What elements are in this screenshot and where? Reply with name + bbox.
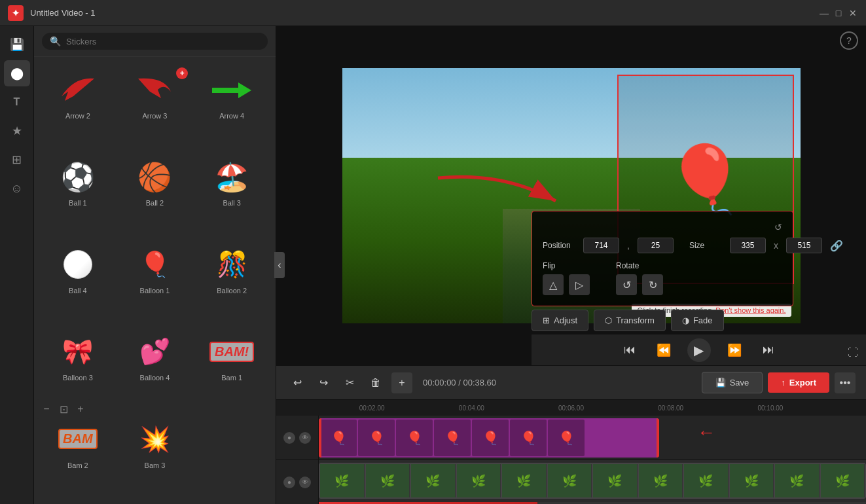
step-back-button[interactable]: ⏪	[653, 340, 674, 361]
video-thumb-1: 🌿	[320, 464, 365, 497]
track-eye-button-2[interactable]: 👁	[299, 477, 311, 488]
sticker-balloon2[interactable]: 🎊 Balloon 2	[193, 237, 270, 324]
timeline-tracks: ● 👁 ● 👁 Balloon 2	[276, 416, 866, 504]
close-button[interactable]: ✕	[848, 8, 858, 18]
dont-show-link[interactable]: Don't show this again.	[715, 306, 785, 314]
add-media-button[interactable]: +	[391, 372, 412, 393]
lock-aspect-button[interactable]: 🔗	[830, 240, 843, 252]
sticker-label-ball4: Ball 4	[69, 287, 87, 295]
maximize-button[interactable]: □	[833, 8, 844, 18]
rotate-right-button[interactable]: ↻	[642, 274, 663, 295]
stickers-search-area: 🔍	[34, 26, 276, 57]
sticker-add-badge[interactable]: +	[176, 67, 188, 79]
sticker-label-ball3: Ball 3	[223, 199, 241, 207]
play-button[interactable]: ▶	[687, 338, 711, 362]
timeline-ruler: 00:02.00 00:04.00 00:06.00 00:08.00 00:1…	[276, 400, 866, 416]
skip-forward-button[interactable]: ⏭	[758, 340, 779, 361]
redo-button[interactable]: ↪	[313, 372, 334, 393]
zoom-out-button[interactable]: −	[39, 402, 54, 416]
sticker-thumb-balloon4: 💕	[130, 332, 179, 371]
sticker-balloon3[interactable]: 🎀 Balloon 3	[39, 324, 117, 411]
size-w-input[interactable]	[730, 238, 766, 253]
sidebar-item-star[interactable]: ★	[4, 118, 30, 144]
window-title: Untitled Video - 1	[30, 8, 819, 18]
zoom-fit-button[interactable]: ⊡	[56, 402, 71, 416]
balloon-clip[interactable]: 🎈 🎈 🎈 🎈 🎈 🎈 🎈	[319, 418, 659, 458]
video-area: ?	[276, 26, 866, 365]
skip-back-button[interactable]: ⏮	[619, 340, 640, 361]
track-mute-button[interactable]: ●	[283, 432, 295, 444]
size-h-input[interactable]	[786, 238, 822, 253]
clip-thumb-1: 🎈	[320, 420, 357, 456]
sticker-arrow2[interactable]: Arrow 2	[39, 62, 117, 149]
adjust-tab[interactable]: ⊞ Adjust	[532, 310, 588, 331]
fade-tab[interactable]: ◑ Fade	[671, 310, 724, 331]
sticker-label-ball1: Ball 1	[69, 199, 87, 207]
minimize-button[interactable]: —	[819, 8, 829, 18]
sticker-thumb-bam3: 💥	[130, 420, 179, 459]
sticker-thumb-balloon1: 🎈	[130, 245, 179, 284]
sticker-label-balloon4: Balloon 4	[140, 374, 170, 382]
sticker-thumb-balloon2: 🎊	[207, 245, 257, 284]
export-button[interactable]: ↑ Export	[768, 372, 829, 393]
position-x-input[interactable]	[583, 238, 619, 253]
flip-buttons: △ ▷	[543, 274, 590, 295]
video-thumb-9: 🌿	[684, 464, 729, 497]
position-y-input[interactable]	[638, 238, 674, 253]
sticker-bam1[interactable]: BAM! Bam 1	[193, 324, 270, 411]
search-box[interactable]: 🔍	[42, 33, 268, 50]
zoom-in-button[interactable]: +	[73, 402, 88, 416]
bottom-toolbar: ↩ ↪ ✂ 🗑 + 00:00:00 / 00:38.60 💾 Save ↑ E…	[276, 365, 866, 399]
undo-button[interactable]: ↩	[287, 372, 308, 393]
sidebar-item-crop[interactable]: ⊞	[4, 147, 30, 173]
collapse-panel-button[interactable]: ‹	[274, 252, 285, 278]
sticker-bam3[interactable]: 💥 Bam 3	[117, 412, 194, 499]
video-thumb-8: 🌿	[639, 464, 683, 497]
clip-thumb-3: 🎈	[396, 420, 433, 456]
clip-thumb-4: 🎈	[434, 420, 471, 456]
video-clip[interactable]: 🌿 🌿 🌿 🌿 🌿 🌿 🌿 🌿 🌿 🌿 🌿 🌿	[319, 463, 866, 499]
tracks-content: Balloon 2 🎈 🎈 🎈 🎈 🎈 🎈 🎈	[319, 416, 866, 504]
rotate-left-button[interactable]: ↺	[616, 274, 637, 295]
track-controls-column: ● 👁 ● 👁	[276, 416, 319, 504]
save-button[interactable]: 💾 Save	[702, 372, 763, 393]
sidebar-item-person[interactable]: ☺	[4, 175, 30, 202]
fade-icon: ◑	[682, 315, 689, 325]
sticker-ball2[interactable]: 🏀 Ball 2	[117, 149, 194, 236]
sticker-bam2[interactable]: BAM Bam 2	[39, 412, 117, 499]
cut-button[interactable]: ✂	[339, 372, 360, 393]
flip-horizontal-button[interactable]: △	[543, 274, 564, 295]
sticker-label-arrow2: Arrow 2	[65, 112, 90, 120]
help-button[interactable]: ?	[840, 31, 858, 50]
sticker-label-bam2: Bam 2	[67, 461, 88, 469]
video-thumb-7: 🌿	[593, 464, 638, 497]
track-mute-button-2[interactable]: ●	[283, 477, 295, 488]
sticker-balloon4[interactable]: 💕 Balloon 4	[117, 324, 194, 411]
sticker-arrow4[interactable]: Arrow 4	[193, 62, 270, 149]
sticker-thumb-bam1: BAM!	[207, 332, 257, 371]
sticker-balloon1[interactable]: 🎈 Balloon 1	[117, 237, 194, 324]
flip-label: Flip	[543, 261, 590, 270]
video-thumb-2: 🌿	[366, 464, 410, 497]
position-row: Position , Size x 🔗	[543, 238, 782, 253]
delete-button[interactable]: 🗑	[365, 372, 386, 393]
sticker-ball4[interactable]: Ball 4	[39, 237, 117, 324]
transform-tab[interactable]: ⬡ Transform	[594, 310, 666, 331]
sticker-arrow3[interactable]: + Arrow 3	[117, 62, 194, 149]
flip-vertical-button[interactable]: ▷	[569, 274, 590, 295]
sticker-ball1[interactable]: ⚽ Ball 1	[39, 149, 117, 236]
sticker-ball3[interactable]: 🏖️ Ball 3	[193, 149, 270, 236]
reset-button[interactable]: ↺	[774, 222, 782, 232]
search-input[interactable]	[66, 37, 260, 46]
sticker-thumb-arrow4	[207, 70, 257, 109]
sidebar-item-text[interactable]: T	[4, 89, 30, 115]
step-forward-button[interactable]: ⏩	[724, 340, 745, 361]
controls-panel: ↺ Position , Size x 🔗 Flip	[532, 211, 793, 306]
sticker-label-balloon3: Balloon 3	[63, 374, 93, 382]
sidebar-item-stickers[interactable]: ⬤	[4, 60, 30, 86]
track-eye-button[interactable]: 👁	[299, 432, 311, 444]
fullscreen-button[interactable]: ⛶	[848, 347, 858, 359]
clip-thumb-5: 🎈	[472, 420, 509, 456]
sidebar-item-save[interactable]: 💾	[4, 31, 30, 58]
more-options-button[interactable]: •••	[835, 372, 856, 393]
